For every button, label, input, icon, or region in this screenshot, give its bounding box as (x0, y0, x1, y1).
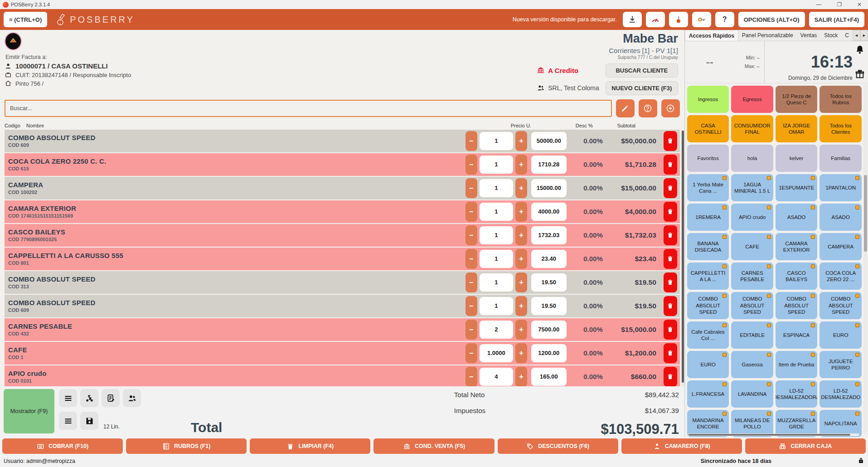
options-button[interactable]: OPCIONES (ALT+O) (738, 12, 805, 27)
quick-button[interactable]: 1REMERA (687, 204, 729, 231)
quick-button[interactable]: EURO (687, 351, 729, 378)
quick-button[interactable]: CAPPELLETTI A LA ... (687, 263, 729, 290)
quick-button[interactable]: hola (731, 145, 773, 172)
qty-increment-button[interactable]: + (515, 320, 527, 340)
qty-increment-button[interactable]: + (515, 131, 527, 151)
quick-button[interactable]: Todos los Clientes (820, 115, 862, 142)
quick-button[interactable]: ESPINACA (776, 321, 818, 349)
quick-button[interactable]: CONSUMIDOR FINAL (731, 115, 773, 142)
quick-button[interactable]: COMBO ABSOLUT SPEED (687, 292, 729, 319)
assign-client-button[interactable] (123, 389, 141, 407)
delete-item-button[interactable] (664, 296, 677, 316)
order-list-button[interactable] (59, 389, 77, 407)
unit-price-input[interactable]: 4000.00 (531, 203, 567, 221)
quick-button[interactable]: JUGUETE PERRO (820, 351, 862, 378)
qty-decrement-button[interactable]: – (466, 155, 477, 175)
unit-price-input[interactable]: 165.00 (531, 368, 567, 386)
quick-button[interactable]: kelver (776, 145, 818, 172)
new-client-button[interactable]: NUEVO CLIENTE (F3) (606, 81, 678, 95)
unit-price-input[interactable]: 19.50 (531, 297, 567, 315)
quick-button[interactable]: Item de Prueba (776, 351, 818, 378)
qty-decrement-button[interactable]: – (466, 272, 477, 292)
quick-button[interactable]: LD-52 DESMALEZADORA (776, 380, 818, 408)
qty-input[interactable]: 1 (480, 273, 513, 292)
quick-button[interactable]: Todos los Rubros (820, 86, 862, 113)
edit-item-button[interactable] (616, 99, 635, 117)
panel-vertical-scrollbar[interactable] (863, 84, 868, 433)
quick-button[interactable]: Egresos (731, 86, 773, 113)
qty-increment-button[interactable]: + (515, 272, 527, 292)
cerrar-caja-button[interactable]: CERRAR CAJA (745, 438, 866, 454)
quick-button[interactable]: CAFE (731, 233, 773, 260)
tabs-scroll-right[interactable]: ► (860, 30, 868, 41)
quick-button[interactable]: NAPOLITANA (820, 410, 862, 437)
quick-button[interactable]: Familias (820, 145, 862, 172)
qty-increment-button[interactable]: + (515, 178, 527, 198)
help-button[interactable]: ? (715, 12, 734, 27)
delete-item-button[interactable] (664, 178, 677, 198)
save-order-button[interactable] (80, 412, 98, 430)
qty-decrement-button[interactable]: – (466, 131, 477, 151)
quick-button[interactable]: 1AGUA MINERAL 1.5 L (731, 174, 773, 201)
tab-accesos-rapidos[interactable]: Accesos Rápidos (685, 30, 738, 41)
quick-button[interactable]: 1/2 Pieza de Queso C (776, 86, 818, 113)
quick-button[interactable]: Ingresos (687, 86, 729, 113)
restore-button[interactable]: ❐ (837, 1, 842, 8)
network-speed-button[interactable] (646, 12, 665, 27)
tab-ventas[interactable]: Ventas (797, 30, 821, 41)
qty-increment-button[interactable]: + (515, 367, 527, 387)
quick-button[interactable]: CAMARA EXTERIOR (776, 233, 818, 260)
qty-decrement-button[interactable]: – (466, 343, 477, 363)
unit-price-input[interactable]: 1732.03 (531, 226, 567, 244)
rubros-button[interactable]: RUBROS (F1) (126, 438, 247, 454)
delete-item-button[interactable] (664, 131, 677, 151)
quick-button[interactable]: ASADO (776, 204, 818, 231)
delete-item-button[interactable] (664, 320, 677, 340)
unit-price-input[interactable]: 19.50 (531, 273, 567, 292)
temperature-button[interactable] (669, 12, 688, 27)
quick-button[interactable]: 1 Yerba Mate Cana ... (687, 174, 729, 201)
tab-panel-personalizable[interactable]: Panel Personalizable (738, 30, 797, 41)
delivery-button[interactable] (80, 389, 98, 407)
cond-venta-button[interactable]: COND. VENTA (F5) (373, 438, 494, 454)
unit-price-input[interactable]: 1710.28 (531, 156, 567, 174)
panel-horizontal-scrollbar[interactable] (689, 433, 859, 436)
delete-item-button[interactable] (664, 155, 677, 175)
saved-orders-button[interactable] (59, 412, 77, 430)
delete-item-button[interactable] (664, 249, 677, 269)
quick-button[interactable]: Favoritos (687, 145, 729, 172)
limpiar-button[interactable]: LIMPIAR (F4) (250, 438, 370, 454)
unit-price-input[interactable]: 7500.00 (531, 321, 567, 339)
quick-button[interactable]: EDITABLE (731, 321, 773, 349)
quick-button[interactable]: L.FRANCESA (687, 380, 729, 408)
unit-price-input[interactable]: 50000.00 (531, 132, 567, 150)
quick-button[interactable]: Cafe Cabrales Col ... (687, 321, 729, 349)
tab-c[interactable]: C (841, 30, 853, 41)
unit-price-input[interactable]: 15000.00 (531, 179, 567, 197)
search-client-button[interactable]: BUSCAR CLIENTE (606, 63, 678, 78)
quick-button[interactable]: COMBO ABSOLUT SPEED (731, 292, 773, 319)
qty-decrement-button[interactable]: – (466, 367, 477, 387)
quick-button[interactable]: LD-52 DESMALEZADO (820, 380, 862, 408)
qty-input[interactable]: 2 (480, 321, 513, 339)
quick-button[interactable]: 1ESPUMANTE (776, 174, 818, 201)
quick-button[interactable]: MUZZARERLLA GRDE (776, 410, 818, 437)
qty-input[interactable]: 4 (480, 368, 513, 386)
edit-note-button[interactable] (102, 389, 120, 407)
quick-button[interactable]: LAVANDINA (731, 380, 773, 408)
minimize-button[interactable]: — (816, 1, 821, 8)
qty-input[interactable]: 1 (480, 203, 513, 221)
quick-button[interactable]: MILANEAS DE POLLO (731, 410, 773, 437)
quick-button[interactable]: COMBO ABSOLUT SPEED (820, 292, 862, 319)
search-input[interactable] (5, 100, 612, 117)
quick-button[interactable]: MANDARINA ENCORE (687, 410, 729, 437)
bell-icon[interactable] (855, 45, 865, 55)
delete-item-button[interactable] (664, 367, 677, 387)
quick-button[interactable]: COMBO ABSOLUT SPEED (776, 292, 818, 319)
qty-input[interactable]: 1 (480, 179, 513, 197)
tab-stock[interactable]: Stock (820, 30, 841, 41)
license-key-button[interactable] (692, 12, 711, 27)
quick-button[interactable]: BANANA DISECADA (687, 233, 729, 260)
qty-input[interactable]: 1 (480, 156, 513, 174)
delete-item-button[interactable] (664, 343, 677, 363)
